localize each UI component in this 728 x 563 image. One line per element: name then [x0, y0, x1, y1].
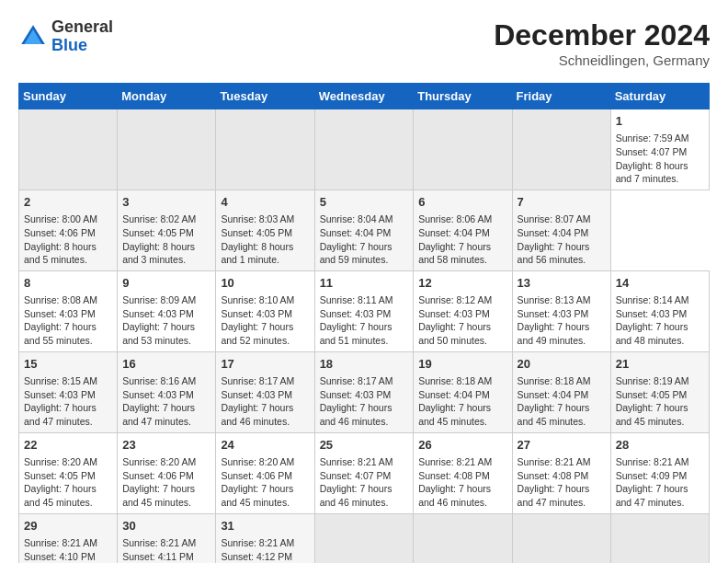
day-info: Sunrise: 8:12 AMSunset: 4:03 PMDaylight:… [418, 293, 506, 348]
month-title: December 2024 [494, 18, 710, 52]
day-info: Sunrise: 8:00 AMSunset: 4:06 PMDaylight:… [24, 213, 112, 267]
calendar-cell: 31Sunrise: 8:21 AMSunset: 4:12 PMDayligh… [216, 513, 314, 563]
calendar-cell: 27Sunrise: 8:21 AMSunset: 4:08 PMDayligh… [512, 432, 610, 513]
day-number: 4 [221, 194, 309, 211]
day-info: Sunrise: 8:10 AMSunset: 4:03 PMDaylight:… [221, 293, 309, 348]
calendar-cell: 29Sunrise: 8:21 AMSunset: 4:10 PMDayligh… [19, 513, 118, 563]
calendar-week-5: 22Sunrise: 8:20 AMSunset: 4:05 PMDayligh… [19, 432, 710, 513]
title-block: December 2024 Schneidlingen, Germany [494, 18, 710, 68]
calendar-cell: 22Sunrise: 8:20 AMSunset: 4:05 PMDayligh… [19, 432, 118, 513]
calendar-cell: 25Sunrise: 8:21 AMSunset: 4:07 PMDayligh… [314, 432, 414, 513]
calendar-cell [314, 109, 414, 190]
day-info: Sunrise: 8:20 AMSunset: 4:05 PMDaylight:… [24, 455, 112, 510]
day-number: 13 [518, 275, 606, 292]
day-number: 7 [518, 194, 606, 211]
calendar-cell: 20Sunrise: 8:18 AMSunset: 4:04 PMDayligh… [512, 351, 610, 432]
calendar-cell [414, 109, 512, 190]
calendar-cell: 6Sunrise: 8:06 AMSunset: 4:04 PMDaylight… [414, 190, 512, 270]
day-number: 20 [518, 356, 606, 373]
calendar-week-2: 2Sunrise: 8:00 AMSunset: 4:06 PMDaylight… [19, 190, 710, 270]
location-title: Schneidlingen, Germany [494, 52, 710, 68]
day-info: Sunrise: 8:21 AMSunset: 4:09 PMDaylight:… [616, 455, 704, 510]
calendar-cell: 5Sunrise: 8:04 AMSunset: 4:04 PMDaylight… [314, 190, 414, 270]
day-info: Sunrise: 8:18 AMSunset: 4:04 PMDaylight:… [418, 374, 506, 429]
day-number: 6 [418, 194, 506, 211]
calendar-week-3: 8Sunrise: 8:08 AMSunset: 4:03 PMDaylight… [19, 270, 710, 351]
day-number: 2 [24, 194, 112, 211]
day-info: Sunrise: 7:59 AMSunset: 4:07 PMDaylight:… [616, 132, 704, 186]
calendar-cell: 30Sunrise: 8:21 AMSunset: 4:11 PMDayligh… [118, 513, 216, 563]
calendar-cell [216, 109, 314, 190]
day-info: Sunrise: 8:08 AMSunset: 4:03 PMDaylight:… [24, 293, 112, 348]
weekday-header-saturday: Saturday [610, 84, 709, 109]
calendar-cell: 24Sunrise: 8:20 AMSunset: 4:06 PMDayligh… [216, 432, 314, 513]
day-number: 15 [24, 356, 112, 373]
day-number: 22 [24, 437, 112, 454]
calendar-week-6: 29Sunrise: 8:21 AMSunset: 4:10 PMDayligh… [19, 513, 710, 563]
weekday-header-friday: Friday [512, 84, 610, 109]
day-info: Sunrise: 8:17 AMSunset: 4:03 PMDaylight:… [320, 374, 409, 429]
day-info: Sunrise: 8:21 AMSunset: 4:10 PMDaylight:… [24, 536, 112, 563]
day-info: Sunrise: 8:06 AMSunset: 4:04 PMDaylight:… [418, 213, 506, 267]
calendar-cell: 26Sunrise: 8:21 AMSunset: 4:08 PMDayligh… [414, 432, 512, 513]
day-number: 19 [418, 356, 506, 373]
day-info: Sunrise: 8:19 AMSunset: 4:05 PMDaylight:… [616, 374, 704, 429]
calendar-cell [512, 109, 610, 190]
calendar-cell: 16Sunrise: 8:16 AMSunset: 4:03 PMDayligh… [118, 351, 216, 432]
day-number: 23 [122, 437, 210, 454]
day-number: 8 [24, 275, 112, 292]
calendar-table: SundayMondayTuesdayWednesdayThursdayFrid… [18, 83, 710, 563]
day-info: Sunrise: 8:16 AMSunset: 4:03 PMDaylight:… [122, 374, 210, 429]
calendar-cell: 28Sunrise: 8:21 AMSunset: 4:09 PMDayligh… [610, 432, 709, 513]
day-number: 1 [616, 113, 704, 130]
day-number: 18 [320, 356, 409, 373]
day-number: 24 [221, 437, 309, 454]
day-info: Sunrise: 8:21 AMSunset: 4:11 PMDaylight:… [122, 536, 210, 563]
logo-text: General Blue [51, 18, 113, 55]
weekday-header-tuesday: Tuesday [216, 84, 314, 109]
calendar-cell: 4Sunrise: 8:03 AMSunset: 4:05 PMDaylight… [216, 190, 314, 270]
logo: General Blue [18, 18, 113, 55]
calendar-cell: 10Sunrise: 8:10 AMSunset: 4:03 PMDayligh… [216, 270, 314, 351]
calendar-cell: 19Sunrise: 8:18 AMSunset: 4:04 PMDayligh… [414, 351, 512, 432]
day-number: 26 [418, 437, 506, 454]
day-info: Sunrise: 8:20 AMSunset: 4:06 PMDaylight:… [122, 455, 210, 510]
day-number: 5 [320, 194, 409, 211]
weekday-header-wednesday: Wednesday [314, 84, 414, 109]
day-info: Sunrise: 8:14 AMSunset: 4:03 PMDaylight:… [616, 293, 704, 348]
calendar-cell [118, 109, 216, 190]
day-number: 30 [122, 518, 210, 534]
calendar-header-row: SundayMondayTuesdayWednesdayThursdayFrid… [19, 84, 710, 109]
day-info: Sunrise: 8:17 AMSunset: 4:03 PMDaylight:… [221, 374, 309, 429]
day-number: 25 [320, 437, 409, 454]
calendar-cell: 12Sunrise: 8:12 AMSunset: 4:03 PMDayligh… [414, 270, 512, 351]
calendar-cell [19, 109, 118, 190]
calendar-cell: 21Sunrise: 8:19 AMSunset: 4:05 PMDayligh… [610, 351, 709, 432]
day-info: Sunrise: 8:15 AMSunset: 4:03 PMDaylight:… [24, 374, 112, 429]
day-info: Sunrise: 8:04 AMSunset: 4:04 PMDaylight:… [320, 213, 409, 267]
day-number: 9 [122, 275, 210, 292]
day-info: Sunrise: 8:09 AMSunset: 4:03 PMDaylight:… [122, 293, 210, 348]
day-number: 31 [221, 518, 309, 534]
day-info: Sunrise: 8:21 AMSunset: 4:08 PMDaylight:… [518, 455, 606, 510]
calendar-week-1: 1Sunrise: 7:59 AMSunset: 4:07 PMDaylight… [19, 109, 710, 190]
calendar-cell: 14Sunrise: 8:14 AMSunset: 4:03 PMDayligh… [610, 270, 709, 351]
day-number: 14 [616, 275, 704, 292]
day-number: 10 [221, 275, 309, 292]
calendar-cell: 15Sunrise: 8:15 AMSunset: 4:03 PMDayligh… [19, 351, 118, 432]
day-info: Sunrise: 8:21 AMSunset: 4:12 PMDaylight:… [221, 536, 309, 563]
weekday-header-thursday: Thursday [414, 84, 512, 109]
day-number: 12 [418, 275, 506, 292]
calendar-cell [610, 513, 709, 563]
page-header: General Blue December 2024 Schneidlingen… [18, 18, 710, 68]
weekday-header-monday: Monday [118, 84, 216, 109]
day-info: Sunrise: 8:21 AMSunset: 4:08 PMDaylight:… [418, 455, 506, 510]
day-number: 28 [616, 437, 704, 454]
calendar-cell: 9Sunrise: 8:09 AMSunset: 4:03 PMDaylight… [118, 270, 216, 351]
day-number: 11 [320, 275, 409, 292]
calendar-cell: 3Sunrise: 8:02 AMSunset: 4:05 PMDaylight… [118, 190, 216, 270]
calendar-cell: 18Sunrise: 8:17 AMSunset: 4:03 PMDayligh… [314, 351, 414, 432]
day-info: Sunrise: 8:07 AMSunset: 4:04 PMDaylight:… [518, 213, 606, 267]
calendar-cell: 11Sunrise: 8:11 AMSunset: 4:03 PMDayligh… [314, 270, 414, 351]
calendar-cell: 2Sunrise: 8:00 AMSunset: 4:06 PMDaylight… [19, 190, 118, 270]
